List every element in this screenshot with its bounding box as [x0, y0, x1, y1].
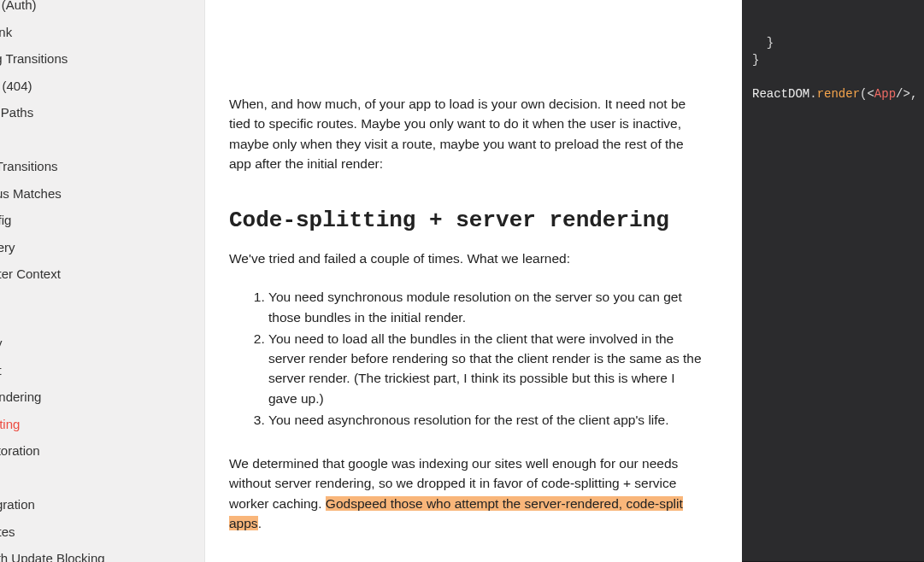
- sidebar-nav: ects (Auth) m Link nting Transitions atc…: [0, 0, 205, 562]
- list-item: You need to load all the bundles in the …: [268, 329, 704, 408]
- sidebar-item[interactable]: ar: [0, 126, 189, 154]
- sidebar-item[interactable]: atch (404): [0, 73, 189, 100]
- sidebar-item[interactable]: ophy: [0, 330, 189, 357]
- sidebar-item[interactable]: Integration: [0, 491, 189, 518]
- sidebar-item[interactable]: Gallery: [0, 234, 189, 261]
- list-item: You need synchronous module resolution o…: [268, 287, 704, 327]
- sidebar-item[interactable]: g with Update Blocking: [0, 545, 189, 562]
- article-conclusion: We determined that google was indexing o…: [229, 454, 704, 533]
- article-points: You need synchronous module resolution o…: [229, 287, 704, 430]
- sidebar-item[interactable]: guous Matches: [0, 180, 189, 208]
- article-lead: We've tried and failed a couple of times…: [229, 249, 704, 268]
- sidebar-item[interactable]: nting Transitions: [0, 45, 189, 73]
- code-pane: } } ReactDOM.render(<App/>,: [742, 0, 924, 562]
- sidebar-item-code-splitting[interactable]: Splitting: [0, 411, 189, 438]
- sidebar-item[interactable]: Routes: [0, 518, 189, 546]
- sidebar-item[interactable]: Router Context: [0, 261, 189, 288]
- article-body: When, and how much, of your app to load …: [205, 0, 742, 562]
- sidebar-item[interactable]: Restoration: [0, 437, 189, 465]
- sidebar-item[interactable]: Start: [0, 357, 189, 384]
- list-item: You need asynchronous resolution for the…: [268, 410, 704, 430]
- sidebar-item[interactable]: Config: [0, 207, 189, 234]
- sidebar-item[interactable]: sive Paths: [0, 99, 189, 126]
- sidebar-item[interactable]: m Link: [0, 19, 189, 46]
- sidebar-item[interactable]: g: [0, 465, 189, 492]
- sidebar-item[interactable]: ects (Auth): [0, 0, 189, 19]
- article-heading: Code-splitting + server rendering: [229, 208, 704, 233]
- sidebar-item[interactable]: ted Transitions: [0, 153, 189, 180]
- sidebar-item[interactable]: r Rendering: [0, 383, 189, 411]
- sidebar-section: s: [0, 288, 189, 331]
- article-intro: When, and how much, of your app to load …: [229, 94, 704, 173]
